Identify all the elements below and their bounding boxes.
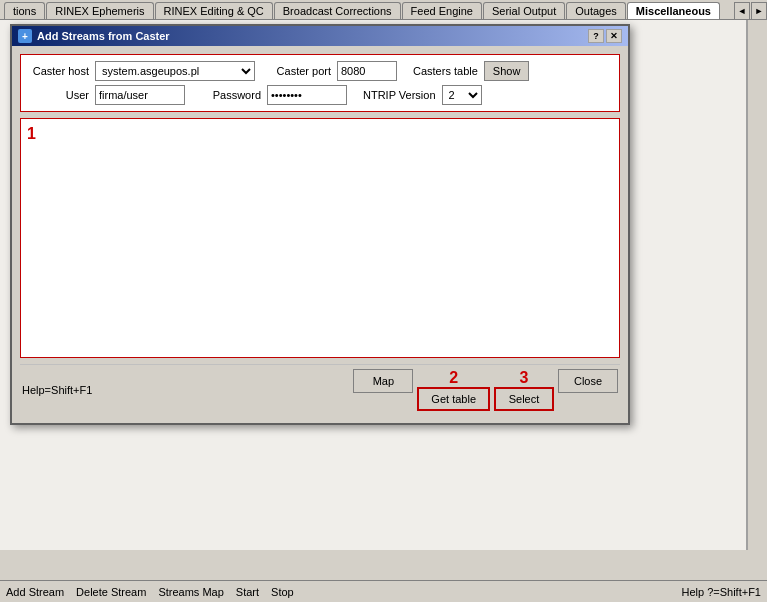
dialog-title: Add Streams from Caster (37, 30, 170, 42)
user-label: User (29, 89, 89, 101)
select-number: 3 (520, 369, 529, 387)
titlebar-left: + Add Streams from Caster (18, 29, 170, 43)
streams-map-link[interactable]: Streams Map (158, 586, 223, 598)
tab-nav-left[interactable]: ◄ (734, 2, 750, 20)
tab-navigation: ◄ ► (734, 2, 767, 20)
password-input[interactable] (267, 85, 347, 105)
tab-miscellaneous[interactable]: Miscellaneous (627, 2, 720, 19)
form-section: Caster host system.asgeupos.pl Caster po… (20, 54, 620, 112)
button-group: Map 2 Get table 3 Select Close (353, 369, 618, 411)
password-label: Password (201, 89, 261, 101)
get-table-container: 2 Get table (417, 369, 490, 411)
map-button[interactable]: Map (353, 369, 413, 393)
ntrip-version-label: NTRIP Version (363, 89, 436, 101)
add-stream-link[interactable]: Add Stream (6, 586, 64, 598)
ntrip-version-select[interactable]: 2 (442, 85, 482, 105)
select-button[interactable]: Select (494, 387, 554, 411)
status-bar: Add Stream Delete Stream Streams Map Sta… (0, 580, 767, 602)
main-area: + Add Streams from Caster ? ✕ Caster hos… (0, 20, 767, 550)
get-table-button[interactable]: Get table (417, 387, 490, 411)
tab-rinex-ephemeris[interactable]: RINEX Ephemeris (46, 2, 153, 19)
form-row-2: User Password NTRIP Version 2 (29, 85, 611, 105)
user-input[interactable] (95, 85, 185, 105)
titlebar-buttons: ? ✕ (588, 29, 622, 43)
delete-stream-link[interactable]: Delete Stream (76, 586, 146, 598)
tab-nav-right[interactable]: ► (751, 2, 767, 20)
tab-tions[interactable]: tions (4, 2, 45, 19)
get-table-number: 2 (449, 369, 458, 387)
help-status: Help ?=Shift+F1 (682, 586, 762, 598)
caster-host-label: Caster host (29, 65, 89, 77)
tab-rinex-editing[interactable]: RINEX Editing & QC (155, 2, 273, 19)
dialog-icon: + (18, 29, 32, 43)
tab-serial-output[interactable]: Serial Output (483, 2, 565, 19)
show-button[interactable]: Show (484, 61, 530, 81)
select-container: 3 Select (494, 369, 554, 411)
caster-host-select[interactable]: system.asgeupos.pl (95, 61, 255, 81)
tab-feed-engine[interactable]: Feed Engine (402, 2, 482, 19)
data-area: 1 (20, 118, 620, 358)
dialog-close-btn[interactable]: ✕ (606, 29, 622, 43)
casters-table-label: Casters table (413, 65, 478, 77)
dialog-body: Caster host system.asgeupos.pl Caster po… (12, 46, 628, 423)
stop-link[interactable]: Stop (271, 586, 294, 598)
left-panel: + Add Streams from Caster ? ✕ Caster hos… (0, 20, 747, 550)
close-button[interactable]: Close (558, 369, 618, 393)
dialog-add-streams: + Add Streams from Caster ? ✕ Caster hos… (10, 24, 630, 425)
right-panel (747, 20, 767, 550)
tabs-row: tions RINEX Ephemeris RINEX Editing & QC… (0, 0, 767, 20)
dialog-buttons-row: Help=Shift+F1 Map 2 Get table 3 Select C… (20, 364, 620, 415)
caster-port-input[interactable] (337, 61, 397, 81)
row-number: 1 (27, 125, 36, 143)
start-link[interactable]: Start (236, 586, 259, 598)
caster-port-label: Caster port (271, 65, 331, 77)
dialog-titlebar: + Add Streams from Caster ? ✕ (12, 26, 628, 46)
tab-broadcast[interactable]: Broadcast Corrections (274, 2, 401, 19)
form-row-1: Caster host system.asgeupos.pl Caster po… (29, 61, 611, 81)
dialog-help-btn[interactable]: ? (588, 29, 604, 43)
help-shortcut: Help=Shift+F1 (22, 384, 92, 396)
tab-outages[interactable]: Outages (566, 2, 626, 19)
